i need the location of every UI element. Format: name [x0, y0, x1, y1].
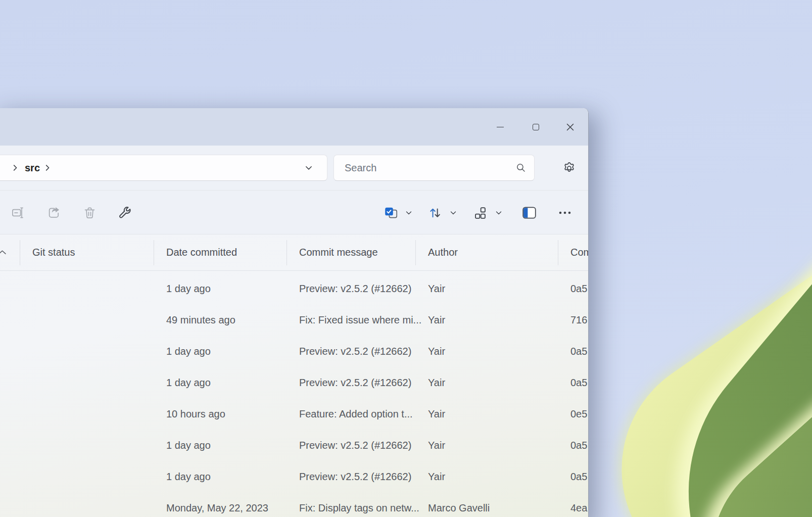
- breadcrumb-item-src[interactable]: src: [25, 155, 40, 180]
- commit-message-cell: Preview: v2.5.2 (#12662): [299, 367, 411, 398]
- rename-button[interactable]: [7, 202, 29, 224]
- search-icon[interactable]: [516, 163, 526, 173]
- commit-message-cell: Fix: Display tags on netw...: [299, 492, 419, 517]
- chevron-down-icon: [305, 164, 313, 172]
- column-header-git-status[interactable]: Git status: [32, 234, 75, 270]
- table-row[interactable]: 1 day ago Preview: v2.5.2 (#12662) Yair …: [0, 336, 588, 367]
- date-committed-cell: 1 day ago: [166, 367, 211, 398]
- commit-message-cell: Feature: Added option t...: [299, 398, 413, 430]
- sort-icon: [428, 206, 442, 220]
- maximize-button[interactable]: [520, 111, 551, 143]
- search-input[interactable]: [344, 162, 516, 174]
- file-list: 1 day ago Preview: v2.5.2 (#12662) Yair …: [0, 273, 588, 517]
- commit-hash-cell: 716: [570, 304, 587, 336]
- commit-hash-cell: 0a5: [570, 461, 587, 492]
- column-divider: [286, 240, 287, 265]
- table-row[interactable]: 49 minutes ago Fix: Fixed issue where mi…: [0, 304, 588, 336]
- address-row: src: [0, 146, 588, 191]
- layout-dropdown[interactable]: [492, 202, 505, 224]
- author-cell: Yair: [428, 367, 445, 398]
- close-icon: [566, 123, 574, 131]
- multi-select-button[interactable]: [380, 202, 402, 224]
- column-divider: [415, 240, 416, 265]
- chevron-right-icon[interactable]: [44, 155, 51, 180]
- author-cell: Yair: [428, 398, 445, 430]
- preview-pane-icon: [522, 206, 537, 219]
- author-cell: Yair: [428, 336, 445, 367]
- commit-message-cell: Preview: v2.5.2 (#12662): [299, 336, 411, 367]
- preview-pane-button[interactable]: [518, 202, 540, 224]
- column-header-commit[interactable]: Com: [570, 234, 589, 270]
- commit-message-cell: Fix: Fixed issue where mi...: [299, 304, 421, 336]
- wrench-icon: [118, 206, 132, 220]
- commit-hash-cell: 0a5: [570, 273, 587, 304]
- address-bar[interactable]: src: [0, 155, 327, 181]
- column-divider: [154, 240, 154, 265]
- date-committed-cell: 10 hours ago: [166, 398, 225, 430]
- address-dropdown-button[interactable]: [305, 155, 313, 180]
- author-cell: Yair: [428, 461, 445, 492]
- chevron-down-icon: [450, 209, 457, 216]
- table-row[interactable]: Monday, May 22, 2023 Fix: Display tags o…: [0, 492, 588, 517]
- table-row[interactable]: 1 day ago Preview: v2.5.2 (#12662) Yair …: [0, 273, 588, 304]
- date-committed-cell: 1 day ago: [166, 273, 211, 304]
- date-committed-cell: 1 day ago: [166, 461, 211, 492]
- table-row[interactable]: 1 day ago Preview: v2.5.2 (#12662) Yair …: [0, 430, 588, 461]
- author-cell: Marco Gavelli: [428, 492, 490, 517]
- commit-hash-cell: 0a5: [570, 430, 587, 461]
- column-header-author[interactable]: Author: [428, 234, 458, 270]
- minimize-icon: [497, 127, 504, 127]
- commit-hash-cell: 0a5: [570, 336, 587, 367]
- layout-button[interactable]: [469, 202, 491, 224]
- delete-button[interactable]: [78, 202, 101, 224]
- column-headers: Git status Date committed Commit message…: [0, 234, 588, 270]
- column-divider: [20, 240, 20, 265]
- desktop: src: [0, 0, 812, 517]
- titlebar: [0, 108, 588, 146]
- date-committed-cell: Monday, May 22, 2023: [166, 492, 268, 517]
- commit-hash-cell: 0a5: [570, 367, 587, 398]
- minimize-button[interactable]: [485, 111, 516, 143]
- share-icon: [47, 206, 61, 220]
- commit-hash-cell: 4ea: [570, 492, 587, 517]
- date-committed-cell: 1 day ago: [166, 430, 211, 461]
- commit-message-cell: Preview: v2.5.2 (#12662): [299, 461, 411, 492]
- table-row[interactable]: 1 day ago Preview: v2.5.2 (#12662) Yair …: [0, 461, 588, 492]
- commit-message-cell: Preview: v2.5.2 (#12662): [299, 430, 411, 461]
- commit-hash-cell: 0e5: [570, 398, 587, 430]
- table-row[interactable]: 10 hours ago Feature: Added option t... …: [0, 398, 588, 430]
- author-cell: Yair: [428, 273, 445, 304]
- sort-ascending-icon: [0, 234, 7, 270]
- column-divider: [558, 240, 558, 265]
- column-header-date-committed[interactable]: Date committed: [166, 234, 237, 270]
- column-header-commit-message[interactable]: Commit message: [299, 234, 378, 270]
- table-row[interactable]: 1 day ago Preview: v2.5.2 (#12662) Yair …: [0, 367, 588, 398]
- multi-select-dropdown[interactable]: [402, 202, 415, 224]
- more-options-button[interactable]: [554, 202, 576, 224]
- chevron-right-icon[interactable]: [12, 155, 19, 180]
- share-button[interactable]: [43, 202, 65, 224]
- trash-icon: [83, 206, 97, 220]
- author-cell: Yair: [428, 430, 445, 461]
- toolbar: [0, 191, 588, 234]
- wrench-button[interactable]: [114, 202, 136, 224]
- chevron-down-icon: [405, 209, 412, 216]
- multi-select-icon: [384, 206, 399, 219]
- more-icon: [558, 211, 571, 215]
- header-divider: [0, 270, 588, 271]
- settings-button[interactable]: [558, 157, 580, 179]
- author-cell: Yair: [428, 304, 445, 336]
- close-button[interactable]: [554, 111, 586, 143]
- rename-icon: [11, 206, 25, 220]
- gear-icon: [562, 161, 576, 175]
- sort-button[interactable]: [424, 202, 446, 224]
- chevron-down-icon: [495, 209, 502, 216]
- maximize-icon: [533, 124, 539, 130]
- date-committed-cell: 1 day ago: [166, 336, 211, 367]
- search-box: [333, 155, 535, 181]
- commit-message-cell: Preview: v2.5.2 (#12662): [299, 273, 411, 304]
- date-committed-cell: 49 minutes ago: [166, 304, 235, 336]
- layout-icon: [473, 206, 487, 220]
- file-manager-window: src: [0, 108, 589, 517]
- sort-dropdown[interactable]: [447, 202, 460, 224]
